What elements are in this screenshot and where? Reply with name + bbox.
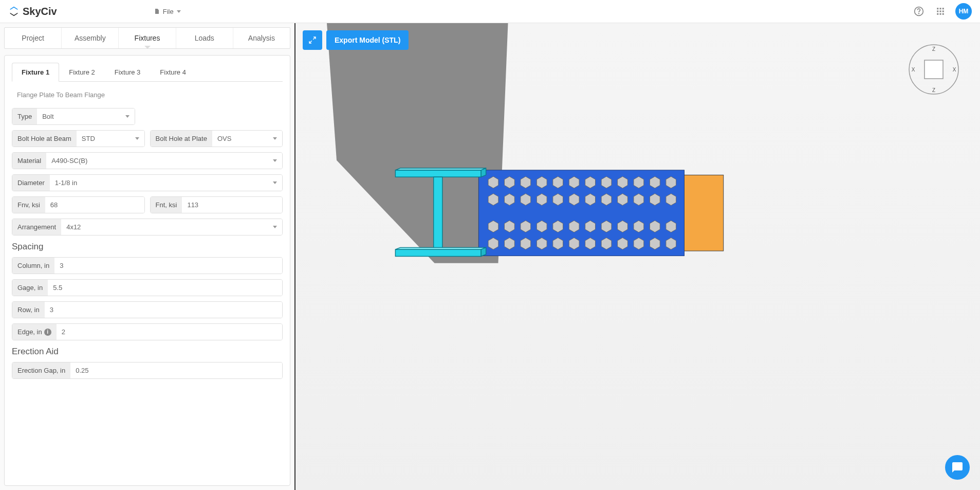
material-value: A490-SC(B) [51,157,87,165]
apps-button[interactable] [934,5,947,18]
chat-icon [951,461,964,474]
svg-marker-17 [395,247,486,249]
fixture-description: Flange Plate To Beam Flange [12,88,283,102]
svg-marker-19 [481,247,486,256]
chevron-down-icon [125,115,130,118]
edge-input[interactable] [62,328,277,336]
column-label: Column, in [12,258,54,274]
tab-assembly[interactable]: Assembly [62,28,119,48]
model-render [295,23,980,490]
file-icon [154,8,160,14]
diameter-value: 1-1/8 in [55,179,77,187]
brand-logo: SkyCiv [8,6,57,17]
fnv-input[interactable] [50,201,139,209]
diameter-label: Diameter [12,175,50,191]
bolt-hole-plate-select[interactable]: OVS [212,131,282,147]
type-label: Type [12,108,37,124]
svg-rect-8 [937,13,938,15]
arrangement-value: 4x12 [66,223,81,231]
file-menu-label: File [163,8,174,15]
chevron-down-icon [273,137,277,140]
svg-rect-7 [942,11,944,12]
tab-project[interactable]: Project [5,28,62,48]
svg-rect-2 [937,8,938,9]
material-label: Material [12,153,46,169]
help-button[interactable] [912,5,926,18]
expand-icon [308,36,317,44]
bolt-hole-plate-label: Bolt Hole at Plate [151,131,212,147]
fnt-input[interactable] [187,201,277,209]
erection-gap-label: Erection Gap, in [12,362,70,378]
chevron-down-icon [177,10,181,13]
svg-marker-16 [395,168,486,170]
arrangement-select[interactable]: 4x12 [61,219,282,235]
arrangement-label: Arrangement [12,219,61,235]
help-icon [914,6,924,16]
svg-rect-13 [395,170,481,177]
info-icon[interactable]: i [44,329,51,336]
svg-point-1 [919,13,919,14]
sub-tab-fixture-4[interactable]: Fixture 4 [150,63,196,82]
erection-title: Erection Aid [12,347,283,357]
file-menu[interactable]: File [150,6,185,17]
sub-tab-fixture-3[interactable]: Fixture 3 [105,63,151,82]
type-value: Bolt [42,113,53,120]
gage-input[interactable] [53,284,277,292]
bolt-hole-beam-label: Bolt Hole at Beam [12,131,77,147]
row-input[interactable] [50,306,277,314]
chevron-down-icon [273,182,277,184]
tab-fixtures[interactable]: Fixtures [119,28,176,48]
expand-button[interactable] [303,30,322,50]
tab-analysis[interactable]: Analysis [233,28,290,48]
edge-label: Edge, ini [12,324,57,340]
svg-rect-10 [942,13,944,15]
export-model-button[interactable]: Export Model (STL) [326,30,409,50]
skyciv-logo-icon [8,6,20,17]
erection-gap-input[interactable] [76,367,277,374]
spacing-title: Spacing [12,242,283,252]
chevron-down-icon [273,159,277,162]
svg-rect-14 [395,249,481,256]
svg-rect-4 [942,8,944,9]
viewport-3d[interactable]: Export Model (STL) Z Z X X [295,23,980,490]
fnv-label: Fnv, ksi [12,197,45,213]
chevron-down-icon [273,226,277,228]
sub-tab-fixture-1[interactable]: Fixture 1 [12,63,59,82]
svg-rect-6 [940,11,941,12]
gage-label: Gage, in [12,280,48,296]
apps-grid-icon [936,7,945,16]
chevron-down-icon [135,137,139,140]
svg-rect-3 [940,8,941,9]
fixture-card: Fixture 1 Fixture 2 Fixture 3 Fixture 4 … [4,55,290,486]
diameter-select[interactable]: 1-1/8 in [50,175,282,191]
sub-tab-fixture-2[interactable]: Fixture 2 [59,63,105,82]
column-input[interactable] [60,262,277,269]
tab-loads[interactable]: Loads [176,28,233,48]
brand-text: SkyCiv [23,6,57,17]
left-panel: Project Assembly Fixtures Loads Analysis… [0,23,295,490]
svg-rect-9 [940,13,941,15]
svg-rect-15 [434,177,442,249]
fnt-label: Fnt, ksi [151,197,182,213]
fixture-tabs: Fixture 1 Fixture 2 Fixture 3 Fixture 4 [12,63,283,82]
bolt-hole-beam-value: STD [82,135,95,142]
beam-end [679,175,724,251]
material-select[interactable]: A490-SC(B) [46,153,282,169]
chat-button[interactable] [945,455,970,480]
bolt-hole-beam-select[interactable]: STD [77,131,144,147]
topbar: SkyCiv File HM [0,0,980,23]
row-label: Row, in [12,302,45,318]
svg-rect-5 [937,11,938,12]
bolt-hole-plate-value: OVS [217,135,231,142]
type-select[interactable]: Bolt [37,108,135,124]
main-tabs: Project Assembly Fixtures Loads Analysis [4,27,290,49]
user-avatar[interactable]: HM [955,3,972,20]
svg-marker-18 [481,168,486,177]
